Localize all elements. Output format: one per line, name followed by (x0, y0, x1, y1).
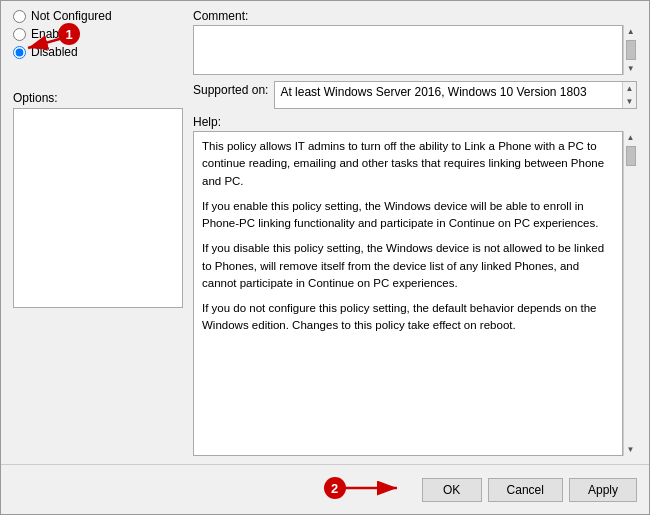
right-panel: Comment: ▲ ▼ Supported on: At least Wind… (193, 9, 637, 456)
main-content: Not Configured Enabled Disabled (1, 1, 649, 464)
radio-disabled-input[interactable] (13, 46, 26, 59)
arrow-annotation-2 (332, 473, 412, 503)
comment-textarea[interactable] (193, 25, 623, 75)
help-box: This policy allows IT admins to turn off… (193, 131, 623, 456)
supported-value-wrapper: At least Windows Server 2016, Windows 10… (274, 81, 637, 109)
help-section: Help: This policy allows IT admins to tu… (193, 115, 637, 456)
help-scrollbar[interactable]: ▲ ▼ (623, 131, 637, 456)
options-box (13, 108, 183, 308)
radio-not-configured[interactable]: Not Configured (13, 9, 183, 23)
left-panel: Not Configured Enabled Disabled (13, 9, 183, 456)
help-scroll-thumb (626, 146, 636, 166)
radio-not-configured-label: Not Configured (31, 9, 112, 23)
supported-section: Supported on: At least Windows Server 20… (193, 81, 637, 109)
supported-scrollbar[interactable]: ▲ ▼ (622, 82, 636, 108)
supported-value: At least Windows Server 2016, Windows 10… (275, 82, 622, 108)
help-paragraph-1: This policy allows IT admins to turn off… (202, 138, 614, 190)
help-paragraph-2: If you enable this policy setting, the W… (202, 198, 614, 233)
help-scroll-up[interactable]: ▲ (625, 131, 637, 144)
supported-scroll-up[interactable]: ▲ (624, 82, 636, 95)
apply-button[interactable]: Apply (569, 478, 637, 502)
radio-group: Not Configured Enabled Disabled (13, 9, 183, 59)
supported-label: Supported on: (193, 81, 268, 97)
help-label: Help: (193, 115, 637, 129)
radio-enabled-label: Enabled (31, 27, 75, 41)
radio-not-configured-input[interactable] (13, 10, 26, 23)
scroll-up-arrow[interactable]: ▲ (625, 25, 637, 38)
annotation-badge-2: 2 (324, 477, 346, 499)
bottom-bar: 2 OK Cancel Apply (1, 464, 649, 514)
help-paragraph-3: If you disable this policy setting, the … (202, 240, 614, 292)
annotation-2-container: 2 (332, 473, 412, 506)
comment-label: Comment: (193, 9, 637, 23)
ok-button[interactable]: OK (422, 478, 482, 502)
radio-enabled[interactable]: Enabled (13, 27, 183, 41)
radio-disabled-label: Disabled (31, 45, 78, 59)
scroll-down-arrow[interactable]: ▼ (625, 62, 637, 75)
scroll-thumb (626, 40, 636, 60)
cancel-button[interactable]: Cancel (488, 478, 563, 502)
radio-enabled-input[interactable] (13, 28, 26, 41)
policy-dialog: Not Configured Enabled Disabled (0, 0, 650, 515)
comment-scrollbar[interactable]: ▲ ▼ (623, 25, 637, 75)
comment-section: Comment: ▲ ▼ (193, 9, 637, 75)
supported-scroll-down[interactable]: ▼ (624, 95, 636, 108)
help-paragraph-4: If you do not configure this policy sett… (202, 300, 614, 335)
radio-disabled[interactable]: Disabled (13, 45, 183, 59)
options-label: Options: (13, 91, 183, 105)
help-scroll-down[interactable]: ▼ (625, 443, 637, 456)
